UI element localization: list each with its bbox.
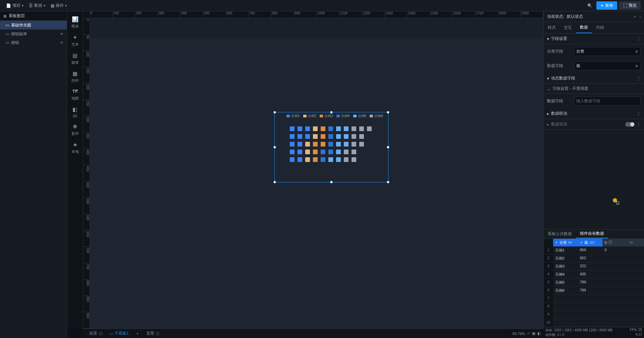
category-item[interactable]: 📊 图表 xyxy=(67,13,83,32)
resize-handle-nw[interactable] xyxy=(273,111,276,114)
plus-icon[interactable]: + xyxy=(156,332,160,336)
tab-foreground[interactable]: 前景 + xyxy=(86,329,106,338)
more-icon[interactable]: ⋮ xyxy=(637,122,641,127)
data-table[interactable]: ✓ 分类 Str ✓ 值 123 ⧉ ❐ Str 1 示例1 859 0 2 示… xyxy=(544,239,644,338)
cell[interactable] xyxy=(627,279,644,287)
layer-icon[interactable]: ◧ xyxy=(537,331,541,336)
cell[interactable] xyxy=(627,287,644,295)
cell[interactable] xyxy=(602,279,627,287)
cell[interactable] xyxy=(578,311,603,319)
cell[interactable] xyxy=(553,311,578,319)
category-field-input[interactable]: 分类 ✕ xyxy=(574,47,641,56)
plus-icon[interactable]: + xyxy=(99,332,103,336)
resize-handle-ne[interactable] xyxy=(387,111,389,114)
cell[interactable] xyxy=(553,303,578,311)
layer-item[interactable]: ▭ 按钮 👁 xyxy=(0,38,67,47)
cell[interactable] xyxy=(602,319,627,327)
layer-item[interactable]: ▭ 按钮副本 👁 xyxy=(0,30,67,38)
cell[interactable] xyxy=(627,271,644,279)
cell[interactable] xyxy=(602,263,627,271)
section-data-link[interactable]: ▸ 数据联动 ⋮ xyxy=(544,108,644,119)
canvas-viewport[interactable]: 示例1 示例2 示例3 示例4 示例5 示例6 xyxy=(90,18,543,329)
eye-icon[interactable]: 👁 xyxy=(60,41,63,45)
menu-project[interactable]: 📄 项目 ▾ xyxy=(3,1,26,10)
cell[interactable]: 示例3 xyxy=(553,263,578,271)
col-header-category[interactable]: ✓ 分类 Str xyxy=(553,239,578,246)
cell[interactable] xyxy=(553,319,578,327)
cell[interactable]: 859 xyxy=(578,246,603,255)
table-row[interactable]: 10 xyxy=(544,319,644,327)
grid-icon[interactable]: ▦ xyxy=(532,331,535,336)
data-filter-toggle[interactable] xyxy=(625,122,635,127)
opacity-subsection[interactable]: ⌄ 字段设置 - 不透明度 xyxy=(544,84,644,94)
more-icon[interactable]: ⋮ xyxy=(637,37,641,41)
state-value[interactable]: 默认状态 xyxy=(567,14,583,19)
cell[interactable]: 示例2 xyxy=(553,255,578,263)
section-field-settings[interactable]: ▾ 字段设置 ⋮ xyxy=(544,34,644,44)
data-field-dropzone[interactable]: 拖入数据字段 xyxy=(574,97,641,106)
cell[interactable] xyxy=(627,319,644,327)
cell[interactable] xyxy=(602,311,627,319)
cell[interactable] xyxy=(578,303,603,311)
cell[interactable]: 652 xyxy=(578,255,603,263)
cell[interactable] xyxy=(602,295,627,303)
cell[interactable]: 示例5 xyxy=(553,279,578,287)
preview-button[interactable]: ⛶ 预览 xyxy=(619,1,641,10)
tab-public-data[interactable]: 看板公共数据 xyxy=(544,230,576,238)
cell[interactable]: 789 xyxy=(578,287,603,295)
category-item[interactable]: ▤ 媒体 xyxy=(67,50,83,68)
category-item[interactable]: ✾ 套件 xyxy=(67,121,83,139)
menu-operate[interactable]: ▦ 操作 ▾ xyxy=(48,1,69,10)
cell[interactable] xyxy=(627,246,644,255)
col-header-empty2[interactable]: Str xyxy=(627,239,644,246)
category-item[interactable]: ▦ 控件 xyxy=(67,68,83,86)
resize-handle-e[interactable] xyxy=(387,146,389,149)
table-row[interactable]: 8 xyxy=(544,303,644,311)
chevron-right-icon[interactable]: › xyxy=(640,15,641,18)
cell[interactable]: 789 xyxy=(578,279,603,287)
resize-handle-se[interactable] xyxy=(387,181,389,183)
cell[interactable]: 示例4 xyxy=(553,271,578,279)
tab-subboard[interactable]: ▭ 子看板1 xyxy=(106,329,132,338)
resize-handle-s[interactable] xyxy=(330,181,333,183)
table-row[interactable]: 5 示例5 789 xyxy=(544,279,644,287)
selected-widget-waffle[interactable]: 示例1 示例2 示例3 示例4 示例5 示例6 xyxy=(274,112,388,182)
table-row[interactable]: 7 xyxy=(544,295,644,303)
cell[interactable] xyxy=(553,295,578,303)
table-row[interactable]: 9 xyxy=(544,311,644,319)
table-row[interactable]: 4 示例4 435 xyxy=(544,271,644,279)
col-header-value[interactable]: ✓ 值 123 xyxy=(578,239,603,246)
category-item[interactable]: ✦ 文本 xyxy=(67,32,83,50)
table-row[interactable]: 6 示例6 789 xyxy=(544,287,644,295)
property-tab[interactable]: 代码 xyxy=(592,22,608,33)
tab-own-data[interactable]: 组件自有数据 xyxy=(576,230,608,238)
table-row[interactable]: 3 示例3 222 xyxy=(544,263,644,271)
cell[interactable]: 0 xyxy=(602,246,627,255)
cell[interactable] xyxy=(602,271,627,279)
value-field-input[interactable]: 值 ✕ xyxy=(574,61,641,70)
category-item[interactable]: 🗺 地图 xyxy=(67,86,83,104)
resize-handle-w[interactable] xyxy=(273,146,276,149)
cell[interactable] xyxy=(627,255,644,263)
clear-icon[interactable]: ✕ xyxy=(635,49,638,54)
resize-handle-sw[interactable] xyxy=(273,181,276,183)
section-data-filter[interactable]: ▸ 数据筛选 ⋮ xyxy=(544,119,644,130)
section-dynamic-data-fields[interactable]: ▾ 动态数据字段 ⋮ xyxy=(544,73,644,84)
property-tab[interactable]: 数据 xyxy=(576,22,592,33)
cell[interactable] xyxy=(602,303,627,311)
cell[interactable] xyxy=(602,287,627,295)
cell[interactable] xyxy=(602,255,627,263)
resize-handle-n[interactable] xyxy=(330,111,333,114)
add-state-button[interactable]: ＋ xyxy=(633,14,637,19)
clear-icon[interactable]: ✕ xyxy=(635,64,638,68)
fit-icon[interactable]: ⤢ xyxy=(527,331,530,336)
cell[interactable] xyxy=(627,311,644,319)
more-icon[interactable]: ⋮ xyxy=(637,76,641,81)
layer-item[interactable]: ▭ 基础华夫图 xyxy=(0,21,67,30)
cell[interactable] xyxy=(578,295,603,303)
publish-button[interactable]: ✈ 发布 xyxy=(596,1,617,10)
more-icon[interactable]: ⋮ xyxy=(637,111,641,116)
cell[interactable] xyxy=(627,295,644,303)
cell[interactable] xyxy=(627,303,644,311)
search-button[interactable]: 🔍 xyxy=(585,1,594,10)
